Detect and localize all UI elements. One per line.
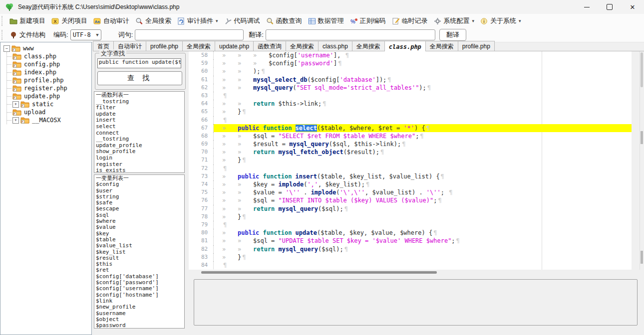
variable-list-item[interactable]: $key_list — [96, 249, 183, 255]
code-line[interactable]: 69»»$result = mysql_query($sql, $this->l… — [189, 140, 632, 148]
code-line[interactable]: 84¶ — [189, 261, 632, 269]
variable-list-item[interactable]: $password — [96, 323, 183, 329]
code-line[interactable]: 79¶ — [189, 221, 632, 229]
code-line[interactable]: 66¶ — [189, 116, 632, 124]
code-line[interactable]: 71»}¶ — [189, 156, 632, 164]
tab-marker: » — [222, 245, 238, 253]
toolbar-system-config-button[interactable]: 系统配置▾ — [431, 15, 478, 26]
code-line[interactable]: 62»»mysql_query("SET sql_mode='strict_al… — [189, 84, 632, 92]
tree-item[interactable]: profile.php — [7, 76, 91, 84]
output-panel[interactable] — [194, 279, 638, 326]
code-line[interactable]: 67»public function select($table, $where… — [189, 124, 632, 132]
tree-item-root[interactable]: −www — [0, 44, 91, 52]
tab--[interactable]: 全局搜索 — [425, 41, 458, 51]
phrase-input[interactable] — [135, 29, 244, 40]
code-line[interactable]: 73»public function insert($table, $key_l… — [189, 172, 632, 180]
code-line[interactable]: 68»»$sql = "SELECT $ret FROM $table WHER… — [189, 132, 632, 140]
search-input[interactable]: public function update($tabl — [97, 58, 181, 68]
minimize-button[interactable] — [575, 0, 598, 14]
encoding-select[interactable]: UTF-8 ▼ — [70, 29, 101, 40]
code-line[interactable]: 72¶ — [189, 165, 632, 172]
code-line[interactable]: 75»»$value = '\'' . implode('\',\'', $va… — [189, 188, 632, 196]
code-line[interactable]: 81»»$sql = "UPDATE $table SET $key = '$v… — [189, 237, 632, 245]
toolbar-code-debug-button[interactable]: 代码调试 — [221, 15, 263, 26]
file-structure-button[interactable]: 文件结构 — [6, 29, 48, 40]
code-line[interactable]: 61»»mysql_select_db($config['database'])… — [189, 76, 632, 84]
code-line[interactable]: 77»»return mysql_query($sql);¶ — [189, 205, 632, 213]
code-line[interactable]: 60»»);¶ — [189, 67, 632, 75]
tab-class.php[interactable]: class.php — [384, 41, 426, 51]
toolbar-audit-plugin-button[interactable]: 审计插件▾ — [174, 15, 221, 26]
close-button[interactable]: ✕ — [621, 0, 644, 14]
code-line[interactable]: 76»»$sql = "INSERT INTO $table ($key) VA… — [189, 196, 632, 204]
tab-class.php[interactable]: class.php — [318, 41, 352, 51]
horizontal-scrollbar[interactable] — [189, 270, 632, 275]
function-list-item[interactable]: filter — [96, 105, 183, 111]
maximize-icon — [607, 4, 613, 10]
tree-item[interactable]: register.php — [7, 84, 91, 92]
code-line[interactable]: 83»}¶ — [189, 253, 632, 261]
code-line[interactable]: 59»»»$config['password']¶ — [189, 59, 632, 67]
code-line[interactable]: 80»public function update($table, $key, … — [189, 229, 632, 237]
variable-list-item[interactable]: $username — [96, 311, 183, 317]
toolbar-new-project-button[interactable]: 新建项目 — [6, 15, 48, 26]
code-line[interactable]: 78»}¶ — [189, 213, 632, 221]
variable-list-item[interactable]: $ret — [96, 267, 183, 273]
toolbar-function-query-button[interactable]: 函数查询 — [263, 15, 305, 26]
code-editor[interactable]: 58»»»$config['username'], ¶59»»»$config[… — [189, 51, 632, 270]
toolbar-temp-notes-button[interactable]: 临时记录 — [389, 15, 431, 26]
translate-button[interactable]: 翻译 — [439, 29, 466, 41]
code-line[interactable]: 64»»return $this->link;¶ — [189, 100, 632, 108]
variable-list-item[interactable]: $value — [96, 224, 183, 230]
code-line[interactable]: 65»}¶ — [189, 108, 632, 116]
toolbar-about-system-button[interactable]: i关于系统▾ — [477, 15, 524, 26]
variable-list-item[interactable]: $config['username'] — [96, 286, 183, 292]
function-list-item[interactable]: is_exists — [96, 168, 183, 173]
code-token: '\'' — [286, 189, 300, 196]
app-window: Seay源代码审计系统 C:\Users\simid\Desktop\www\c… — [0, 0, 644, 335]
tree-item[interactable]: +__MACOSX — [7, 116, 91, 124]
tree-item[interactable]: class.php — [7, 52, 91, 60]
global-search-icon — [135, 17, 143, 25]
variable-list-item[interactable]: $escape — [96, 206, 183, 212]
tree-item[interactable]: index.php — [7, 68, 91, 76]
tree-item[interactable]: +static — [7, 100, 91, 108]
variable-list-item[interactable]: $config — [96, 181, 183, 187]
tree-expand-toggle[interactable]: + — [12, 101, 19, 108]
toolbar-regex-encode-button[interactable]: %正则编码 — [347, 15, 389, 26]
tab--[interactable]: 全局搜索 — [286, 41, 319, 51]
tree-item-label: profile.php — [24, 77, 63, 84]
code-line[interactable]: 58»»»$config['username'], ¶ — [189, 51, 632, 59]
function-list-item[interactable]: login — [96, 155, 183, 162]
tab--[interactable]: 函数查询 — [253, 41, 286, 51]
scrollbar-thumb[interactable] — [641, 52, 643, 87]
tree-expand-toggle[interactable]: + — [12, 117, 19, 124]
find-button[interactable]: 查 找 — [97, 71, 182, 85]
variable-list-item[interactable]: $value_list — [96, 243, 183, 249]
tab-profile.php[interactable]: profile.php — [458, 41, 495, 51]
code-token: $key = — [253, 181, 279, 188]
code-line[interactable]: 70»»return mysql_fetch_object($result);¶ — [189, 148, 632, 156]
tab--[interactable]: 全局搜索 — [182, 41, 215, 51]
toolbar-close-project-button[interactable]: X关闭项目 — [48, 15, 90, 26]
code-line[interactable]: 74»»$key = implode(',', $key_list);¶ — [189, 180, 632, 188]
scrollbar-thumb[interactable] — [201, 271, 437, 274]
tab-update.php[interactable]: update.php — [215, 41, 254, 51]
tree-collapse-toggle[interactable]: − — [3, 45, 10, 52]
tree-item[interactable]: config.php — [7, 60, 91, 68]
tab--[interactable]: 全局搜索 — [352, 41, 385, 51]
function-list-item[interactable]: __tostring — [96, 136, 183, 143]
maximize-button[interactable] — [598, 0, 621, 14]
code-line[interactable]: 63¶ — [189, 92, 632, 100]
code-line[interactable]: 82»»return mysql_query($sql);¶ — [189, 245, 632, 253]
toolbar-global-search-button[interactable]: 全局搜索 — [132, 15, 174, 26]
tree-item[interactable]: update.php — [7, 92, 91, 100]
variable-list-item[interactable]: $new_profile — [96, 304, 183, 310]
tree-item[interactable]: upload — [7, 108, 91, 116]
function-list-item[interactable]: select — [96, 124, 183, 130]
vertical-scrollbar[interactable] — [640, 51, 644, 270]
translate-input[interactable] — [266, 29, 435, 40]
toolbar-data-management-button[interactable]: 数据管理 — [305, 15, 347, 26]
tab-profile.php[interactable]: profile.php — [146, 41, 183, 51]
toolbar-auto-audit-button[interactable]: Aa自动审计 — [90, 15, 132, 26]
